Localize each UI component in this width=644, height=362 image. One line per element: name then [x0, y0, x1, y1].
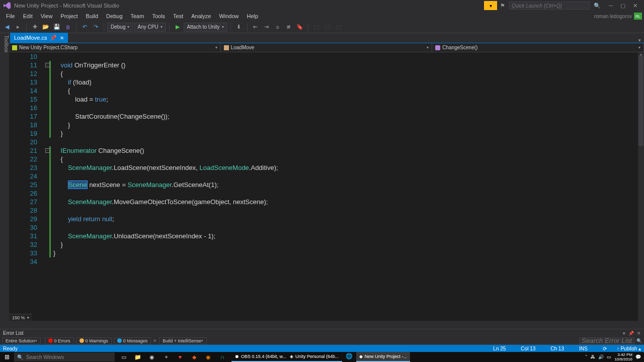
save-button[interactable]: 💾 — [52, 22, 62, 32]
taskbar-app[interactable]: ⏺OBS 0.15.4 (64bit, w... — [231, 352, 287, 362]
comment-button[interactable]: ≡ — [273, 22, 283, 32]
code-area[interactable]: void OnTriggerEnter () { if (!load) { lo… — [53, 52, 638, 266]
maximize-button[interactable]: ▢ — [617, 3, 629, 9]
tab-close-icon[interactable]: ✕ — [60, 35, 64, 41]
toolbar-extra-3[interactable]: ⬚ — [334, 22, 344, 32]
editor-scrollbar-vertical[interactable]: ▴ — [638, 52, 644, 321]
fold-toggle[interactable]: − — [45, 63, 50, 67]
notification-badge[interactable]: ▾ — [484, 1, 497, 10]
main-toolbar: ◀ ▸ ✚ 📂 💾 🗎 ↶ ↷ Debug Any CPU ▶ Attach t… — [0, 21, 644, 33]
redo-button[interactable]: ↷ — [91, 22, 101, 32]
publish-button[interactable]: ↑ Publish ▴ — [617, 346, 641, 351]
new-project-button[interactable]: ✚ — [30, 22, 40, 32]
tray-language-icon[interactable]: ▭ — [607, 354, 611, 359]
toolbox-tab[interactable]: Toolbox — [0, 33, 9, 320]
menu-test[interactable]: Test — [169, 12, 187, 20]
windows-search-input[interactable]: 🔍 Search Windows — [14, 352, 115, 361]
nav-project-combo[interactable]: New Unity Project.CSharp — [9, 43, 221, 52]
step-into-button[interactable]: ⬇ — [234, 22, 244, 32]
user-name-label[interactable]: roman ledogorov — [594, 14, 632, 19]
app-icon-1[interactable]: ✦ — [162, 353, 170, 361]
toolbar-extra-2[interactable]: ⬚ — [323, 22, 333, 32]
platform-combo[interactable]: Any CPU — [134, 23, 166, 32]
errorlist-search-input[interactable] — [579, 337, 634, 344]
menu-team[interactable]: Team — [127, 12, 148, 20]
toolbar-extra-1[interactable]: ⬚ — [311, 22, 321, 32]
tray-action-center-icon[interactable]: 💬 — [635, 354, 641, 359]
errorlist-scope-combo[interactable]: Entire Solution — [2, 337, 41, 344]
app-icon-4[interactable]: ∩ — [218, 353, 226, 361]
chrome-icon[interactable]: 🌐 — [345, 352, 353, 360]
taskbar-app[interactable]: ◆New Unity Project -... — [356, 352, 411, 362]
errors-filter-button[interactable]: 0 Errors — [45, 337, 74, 344]
errorlist-clear-button[interactable]: ✕ — [153, 338, 157, 343]
window-options-icon[interactable]: ▾ — [623, 331, 625, 336]
tray-clock[interactable]: 3:42 PM 10/8/2016 — [614, 352, 632, 361]
errorlist-source-combo[interactable]: Build + IntelliSense — [159, 337, 207, 344]
tray-volume-icon[interactable]: 🔊 — [598, 354, 604, 359]
errorlist-toolbar: Entire Solution 0 Errors 0 Warnings 0 Me… — [0, 337, 644, 345]
menu-build[interactable]: Build — [82, 12, 102, 20]
open-file-button[interactable]: 📂 — [41, 22, 51, 32]
user-badge[interactable]: RL — [634, 13, 642, 20]
tray-chevron-icon[interactable]: ˄ — [585, 354, 588, 359]
errorlist-search-icon[interactable]: 🔍 — [636, 338, 642, 343]
auto-hide-icon[interactable]: 📌 — [628, 331, 634, 336]
system-tray[interactable]: ˄ 🖧 🔊 ▭ 3:42 PM 10/8/2016 💬 — [585, 352, 644, 361]
configuration-combo[interactable]: Debug — [107, 23, 133, 32]
menu-project[interactable]: Project — [56, 12, 82, 20]
bookmark-button[interactable]: 🔖 — [295, 22, 305, 32]
nav-class-combo[interactable]: LoadMove — [221, 43, 433, 52]
nav-bar: New Unity Project.CSharp LoadMove Change… — [9, 43, 644, 52]
zoom-combo[interactable]: 150 %▾ — [9, 314, 32, 321]
start-debug-button[interactable]: ▶ — [173, 22, 183, 32]
start-button[interactable]: ⊞ — [0, 353, 14, 360]
quick-launch-input[interactable] — [509, 2, 590, 10]
warnings-filter-button[interactable]: 0 Warnings — [76, 337, 112, 344]
menu-tools[interactable]: Tools — [148, 12, 169, 20]
save-all-button[interactable]: 🗎 — [63, 22, 73, 32]
menu-window[interactable]: Window — [215, 12, 243, 20]
tab-pin-icon[interactable]: 📌 — [50, 35, 57, 41]
task-view-icon[interactable]: ▭ — [120, 353, 128, 361]
minimize-button[interactable]: ─ — [605, 3, 617, 9]
csharp-project-icon — [12, 45, 17, 50]
document-tab-active[interactable]: LoadMove.cs 📌 ✕ — [10, 33, 68, 43]
fold-toggle[interactable]: − — [45, 148, 50, 153]
tab-overflow-button[interactable]: ▾ — [635, 38, 644, 43]
close-panel-icon[interactable]: ✕ — [637, 331, 641, 336]
steam-icon[interactable]: ◉ — [148, 353, 156, 361]
app-icon-2[interactable]: ♥ — [176, 353, 184, 361]
taskbar-app[interactable]: ◈Unity Personal (64b... — [287, 352, 342, 362]
code-editor[interactable]: 1011121314151617181920212223242526272829… — [9, 52, 638, 321]
feedback-icon[interactable]: ⚑ — [500, 3, 505, 9]
editor-margin: − − — [45, 52, 52, 321]
tray-network-icon[interactable]: 🖧 — [591, 354, 595, 359]
navigate-forward-button[interactable]: ▸ — [13, 22, 23, 32]
uncomment-button[interactable]: ≢ — [284, 22, 294, 32]
change-indicator — [49, 146, 51, 257]
indent-less-button[interactable]: ⇤ — [251, 22, 261, 32]
tab-label: LoadMove.cs — [14, 35, 47, 41]
search-icon[interactable]: 🔍 — [594, 3, 601, 9]
status-bar: Ready Ln 25 Col 13 Ch 13 INS ⟳ ↑ Publish… — [0, 345, 644, 352]
navigate-back-button[interactable]: ◀ — [2, 22, 12, 32]
messages-filter-button[interactable]: 0 Messages — [114, 337, 151, 344]
scrollbar-thumb[interactable] — [638, 55, 643, 146]
undo-button[interactable]: ↶ — [79, 22, 90, 32]
app-icon-3[interactable]: ◆ — [190, 353, 198, 361]
attach-combo[interactable]: Attach to Unity — [184, 23, 227, 32]
menu-help[interactable]: Help — [243, 12, 263, 20]
menu-edit[interactable]: Edit — [19, 12, 37, 20]
close-button[interactable]: ✕ — [629, 3, 641, 9]
status-sync-icon[interactable]: ⟳ — [603, 346, 607, 351]
blender-icon[interactable]: ◉ — [204, 353, 212, 361]
indent-more-button[interactable]: ⇥ — [262, 22, 272, 32]
menu-debug[interactable]: Debug — [102, 12, 126, 20]
menu-file[interactable]: File — [2, 12, 19, 20]
errorlist-header[interactable]: Error List ▾ 📌 ✕ — [0, 329, 644, 337]
menu-view[interactable]: View — [37, 12, 57, 20]
menu-analyze[interactable]: Analyze — [187, 12, 215, 20]
file-explorer-icon[interactable]: 📁 — [134, 353, 142, 361]
nav-member-combo[interactable]: ChangeScene() — [432, 43, 644, 52]
